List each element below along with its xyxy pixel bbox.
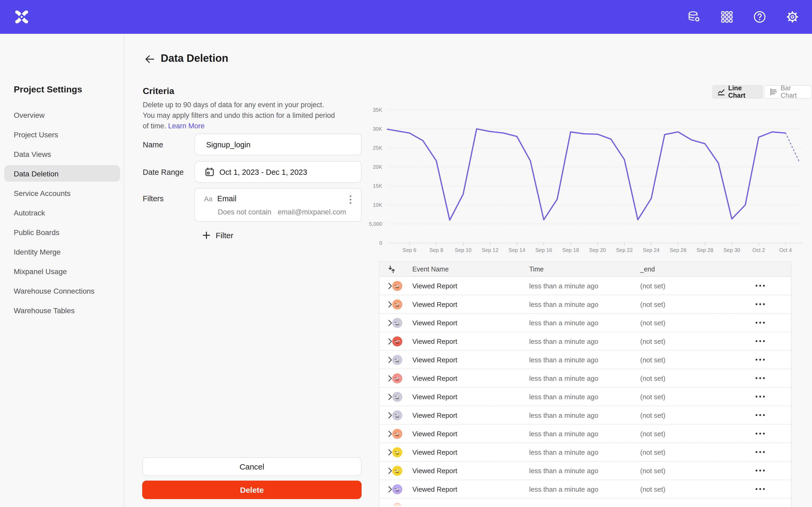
table-row[interactable]: Viewed Reportless than a minute ago(not … bbox=[379, 295, 791, 314]
sidebar-item-overview[interactable]: Overview bbox=[4, 107, 120, 123]
bar-chart-toggle-button[interactable]: Bar Chart bbox=[764, 85, 812, 99]
table-row[interactable]: Viewed Reportless than a minute ago(not … bbox=[379, 277, 791, 295]
x-axis-tick-label: Sep 10 bbox=[455, 247, 471, 253]
row-actions-dots-icon[interactable] bbox=[753, 295, 768, 313]
table-row[interactable]: Viewed Reportless than a minute ago(not … bbox=[379, 462, 791, 480]
row-event-name: Viewed Report bbox=[412, 388, 457, 406]
sidebar-item-identity-merge[interactable]: Identity Merge bbox=[4, 243, 120, 260]
back-arrow-icon[interactable] bbox=[144, 53, 155, 65]
sidebar-item-service-accounts[interactable]: Service Accounts bbox=[4, 185, 120, 201]
delete-button[interactable]: Delete bbox=[142, 481, 362, 499]
row-actions-dots-icon[interactable] bbox=[753, 480, 768, 498]
row-time: less than a minute ago bbox=[529, 388, 598, 406]
row-end-value: (not set) bbox=[640, 388, 665, 406]
table-row[interactable]: Viewed Reportless than a minute ago(not … bbox=[379, 314, 791, 332]
row-actions-dots-icon[interactable] bbox=[753, 425, 768, 443]
sidebar-item-public-boards[interactable]: Public Boards bbox=[4, 224, 120, 240]
sidebar-item-data-views[interactable]: Data Views bbox=[4, 146, 120, 162]
row-event-name: Viewed Report bbox=[412, 425, 457, 443]
row-time: less than a minute ago bbox=[529, 462, 598, 480]
row-event-name: Viewed Report bbox=[412, 369, 457, 387]
sidebar-item-mixpanel-usage[interactable]: Mixpanel Usage bbox=[4, 263, 120, 279]
sidebar: Project Settings OverviewProject UsersDa… bbox=[0, 34, 124, 507]
user-avatar bbox=[392, 503, 402, 507]
sidebar-item-autotrack[interactable]: Autotrack bbox=[4, 205, 120, 221]
chart-type-toggle: Line Chart Bar Chart bbox=[712, 85, 812, 99]
x-axis-tick-label: Sep 26 bbox=[670, 247, 687, 253]
filter-value: email@mixpanel.com bbox=[278, 208, 346, 216]
x-axis-tick-label: Sep 30 bbox=[723, 247, 740, 253]
row-actions-dots-icon[interactable] bbox=[753, 406, 768, 424]
row-actions-dots-icon[interactable] bbox=[753, 443, 768, 461]
row-actions-dots-icon[interactable] bbox=[753, 351, 768, 369]
row-time: less than a minute ago bbox=[529, 295, 598, 313]
data-governance-icon[interactable] bbox=[687, 10, 701, 24]
cancel-button[interactable]: Cancel bbox=[142, 457, 362, 476]
learn-more-link[interactable]: Learn More bbox=[168, 122, 205, 130]
sidebar-item-data-deletion[interactable]: Data Deletion bbox=[4, 165, 120, 182]
x-axis-tick-label: Sep 12 bbox=[481, 247, 498, 253]
table-row[interactable]: Viewed Reportless than a minute ago(not … bbox=[379, 369, 791, 388]
column-header-event-name[interactable]: Event Name bbox=[412, 262, 449, 276]
date-range-input[interactable]: Oct 1, 2023 - Dec 1, 2023 bbox=[195, 161, 362, 183]
apps-grid-icon[interactable] bbox=[720, 10, 734, 24]
column-header-end[interactable]: _end bbox=[640, 262, 655, 276]
y-axis-tick-label: 15K bbox=[373, 183, 382, 189]
row-actions-dots-icon[interactable] bbox=[753, 462, 768, 480]
row-actions-dots-icon[interactable] bbox=[753, 277, 768, 295]
row-event-name: Viewed Report bbox=[412, 443, 457, 461]
mixpanel-logo[interactable] bbox=[14, 9, 29, 24]
add-filter-button[interactable]: Filter bbox=[202, 231, 234, 240]
row-time: less than a minute ago bbox=[529, 369, 598, 387]
row-event-name: Viewed Report bbox=[412, 406, 457, 424]
table-row-partial[interactable] bbox=[379, 499, 791, 507]
filter-card[interactable]: Aa Email Does not contain email@mixpanel… bbox=[195, 188, 362, 222]
row-time: less than a minute ago bbox=[529, 443, 598, 461]
x-axis-tick-label: Sep 8 bbox=[429, 247, 443, 253]
table-row[interactable]: Viewed Reportless than a minute ago(not … bbox=[379, 443, 791, 462]
date-range-value: Oct 1, 2023 - Dec 1, 2023 bbox=[219, 168, 307, 176]
filters-label: Filters bbox=[143, 194, 164, 203]
table-row[interactable]: Viewed Reportless than a minute ago(not … bbox=[379, 332, 791, 351]
user-avatar bbox=[392, 355, 402, 365]
row-actions-dots-icon[interactable] bbox=[753, 314, 768, 332]
y-axis-tick-label: 30K bbox=[373, 126, 382, 132]
x-axis-tick-label: Sep 28 bbox=[697, 247, 713, 253]
row-actions-dots-icon[interactable] bbox=[753, 332, 768, 350]
row-actions-dots-icon[interactable] bbox=[753, 388, 768, 406]
help-icon[interactable] bbox=[753, 10, 767, 24]
page-title: Data Deletion bbox=[161, 52, 229, 64]
user-avatar bbox=[392, 466, 402, 476]
row-end-value: (not set) bbox=[640, 369, 665, 387]
line-chart-svg: 35K30K25K20K15K10K5,0000Sep 6Sep 8Sep 10… bbox=[359, 106, 806, 256]
line-chart-toggle-button[interactable]: Line Chart bbox=[712, 85, 763, 99]
filter-kebab-menu-icon[interactable] bbox=[346, 194, 355, 206]
x-axis-tick-label: Sep 22 bbox=[616, 247, 632, 253]
filter-operator: Does not contain bbox=[218, 208, 271, 216]
row-time: less than a minute ago bbox=[529, 480, 598, 498]
table-row[interactable]: Viewed Reportless than a minute ago(not … bbox=[379, 480, 791, 499]
sidebar-item-warehouse-tables[interactable]: Warehouse Tables bbox=[4, 302, 120, 319]
table-row[interactable]: Viewed Reportless than a minute ago(not … bbox=[379, 406, 791, 425]
row-time: less than a minute ago bbox=[529, 314, 598, 332]
y-axis-tick-label: 25K bbox=[373, 145, 382, 151]
row-actions-dots-icon[interactable] bbox=[753, 369, 768, 387]
table-row[interactable]: Viewed Reportless than a minute ago(not … bbox=[379, 351, 791, 369]
x-axis-tick-label: Oct 2 bbox=[752, 247, 765, 253]
date-range-label: Date Range bbox=[143, 168, 184, 176]
sort-icon[interactable] bbox=[388, 262, 395, 276]
user-avatar bbox=[392, 484, 402, 494]
row-end-value: (not set) bbox=[640, 351, 665, 369]
settings-gear-icon[interactable] bbox=[785, 10, 799, 24]
sidebar-item-project-users[interactable]: Project Users bbox=[4, 126, 120, 143]
user-avatar bbox=[392, 429, 402, 439]
column-header-time[interactable]: Time bbox=[529, 262, 544, 276]
table-row[interactable]: Viewed Reportless than a minute ago(not … bbox=[379, 388, 791, 406]
table-row[interactable]: Viewed Reportless than a minute ago(not … bbox=[379, 425, 791, 443]
user-avatar bbox=[392, 392, 402, 402]
name-input[interactable]: Signup_login bbox=[195, 133, 362, 155]
x-axis-tick-label: Sep 20 bbox=[589, 247, 606, 253]
string-type-badge: Aa bbox=[204, 194, 212, 203]
sidebar-item-warehouse-connections[interactable]: Warehouse Connections bbox=[4, 283, 120, 299]
row-time: less than a minute ago bbox=[529, 277, 598, 295]
